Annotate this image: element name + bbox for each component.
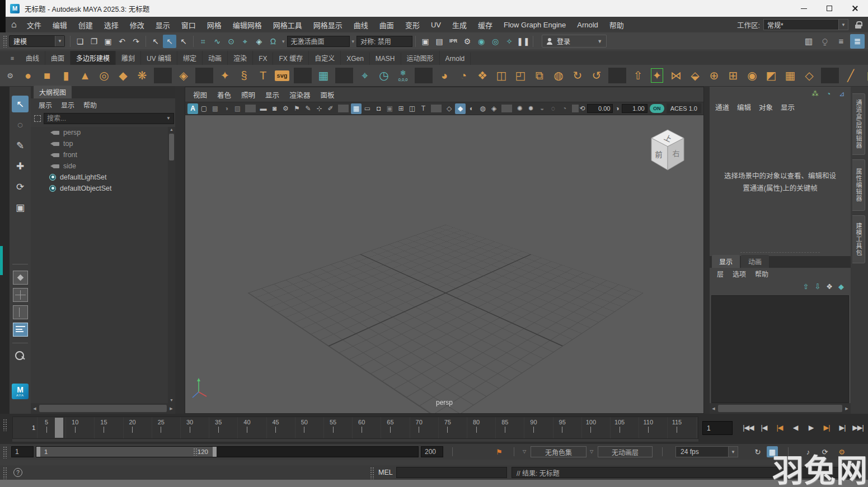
menu-item[interactable]: Flow Graph Engine xyxy=(498,21,571,29)
scroll-up-icon[interactable]: ▲ xyxy=(168,127,175,133)
safe-title-icon[interactable]: T xyxy=(418,103,429,114)
crease-set-icon[interactable]: ▯ xyxy=(861,67,868,84)
menu-item[interactable]: 变形 xyxy=(400,20,425,30)
channel-menu-item[interactable]: 编辑 xyxy=(734,102,754,112)
shelf-tab[interactable]: FX xyxy=(253,53,273,65)
shelf-tab[interactable]: UV 编辑 xyxy=(141,51,177,65)
outliner-item[interactable]: persp xyxy=(31,127,168,138)
shelf-tab[interactable]: 自定义 xyxy=(309,51,341,65)
frame-all-icon[interactable]: ▢ xyxy=(199,103,209,114)
contrast-icon[interactable]: ◑ xyxy=(615,105,619,112)
super-shape-icon[interactable]: ✦ xyxy=(216,67,234,84)
layer-tab[interactable]: 动画 xyxy=(741,255,769,268)
tab-attribute-editor[interactable]: 属性编辑器 xyxy=(852,159,865,211)
default-light-icon[interactable]: ✹ xyxy=(526,103,536,114)
shelf-tab[interactable]: 曲面 xyxy=(45,51,71,65)
layer-menu-item[interactable]: 帮助 xyxy=(751,269,772,278)
textured-icon[interactable]: ◐ xyxy=(466,103,477,114)
drag-handle[interactable] xyxy=(3,35,7,48)
drag-handle[interactable] xyxy=(3,467,7,479)
minimize-button[interactable] xyxy=(791,0,817,17)
move-tool[interactable]: ✚ xyxy=(12,158,29,174)
chevron-down-icon[interactable]: ▽ xyxy=(523,449,526,454)
annotate-icon[interactable]: ✐ xyxy=(325,103,336,114)
extract-icon[interactable]: ◰ xyxy=(512,67,529,84)
workspace-lock-icon[interactable] xyxy=(855,21,861,29)
chevron-down-icon[interactable]: ▼ xyxy=(166,116,173,121)
speed-state-icon[interactable]: ◔ xyxy=(824,89,833,98)
outliner-item[interactable]: side xyxy=(31,160,168,172)
shelf-tab[interactable]: MASH xyxy=(370,53,401,65)
ipr-render-icon[interactable]: IPR xyxy=(447,35,460,48)
live-surface-field[interactable]: 无激活曲面 xyxy=(287,36,350,47)
channel-menu-item[interactable]: 通道 xyxy=(712,102,733,112)
home-icon[interactable]: ⌂ xyxy=(11,20,17,30)
menu-item[interactable]: UV xyxy=(425,21,447,29)
chevron-down-icon[interactable]: ▾ xyxy=(352,39,355,44)
pan-zoom-icon[interactable]: ⊹ xyxy=(314,103,325,114)
playhead[interactable] xyxy=(55,418,63,438)
menu-item[interactable]: Arnold xyxy=(571,21,604,29)
wireframe-icon[interactable]: ◇ xyxy=(444,103,454,114)
outliner-search-input[interactable] xyxy=(44,115,166,122)
spin-edge-icon[interactable]: ◩ xyxy=(762,67,780,84)
shadows-icon[interactable]: ◒ xyxy=(537,103,547,114)
image-icon[interactable]: ▨ xyxy=(232,103,243,114)
pause-icon[interactable]: ❚❚ xyxy=(517,35,530,48)
modeling-toolkit-toggle-icon[interactable]: ▥ xyxy=(801,34,816,49)
menu-item[interactable]: 窗口 xyxy=(176,20,201,30)
gate-mask-icon[interactable]: ▣ xyxy=(384,103,395,114)
scroll-left-icon[interactable]: ◀ xyxy=(710,406,717,411)
extrude-icon[interactable]: ⇧ xyxy=(629,67,647,84)
render-region-icon[interactable]: ▤ xyxy=(433,35,446,48)
grid-icon[interactable]: ▦ xyxy=(351,103,362,114)
menu-item[interactable]: 编辑 xyxy=(47,20,73,30)
circularize-icon[interactable]: ◉ xyxy=(743,67,761,84)
layout-four-view-button[interactable] xyxy=(13,288,28,302)
menu-item[interactable]: 曲面 xyxy=(374,20,400,30)
add-divisions-icon[interactable]: ▦ xyxy=(781,67,799,84)
poly-disc-icon[interactable]: ❋ xyxy=(133,67,151,84)
combine-icon[interactable]: ❖ xyxy=(473,67,491,84)
menu-item[interactable]: 网格工具 xyxy=(268,20,308,30)
paint-select-tool[interactable]: ✎ xyxy=(12,137,29,154)
snap-view-plane-icon[interactable]: ⌖ xyxy=(238,35,252,48)
animation-start-field[interactable]: 1 xyxy=(11,446,34,457)
camera-attributes-icon[interactable]: ⚙ xyxy=(280,103,291,114)
range-slider[interactable]: 1 120 xyxy=(36,446,419,457)
outliner-item[interactable]: defaultLightSet xyxy=(31,172,168,183)
occlusion-icon[interactable]: ◌ xyxy=(548,103,559,114)
select-hierarchy-icon[interactable]: ↖ xyxy=(149,35,162,48)
new-empty-layer-icon[interactable]: ◆ xyxy=(838,282,844,291)
channel-box-toggle-icon[interactable]: ≣ xyxy=(850,34,865,49)
play-forwards-button[interactable]: ▶ xyxy=(805,420,817,436)
outliner-item[interactable]: top xyxy=(31,138,168,149)
maximize-button[interactable] xyxy=(817,0,842,17)
go-to-start-button[interactable]: |◀◀ xyxy=(743,420,754,436)
hypershade-icon[interactable]: ◉ xyxy=(475,35,488,48)
playback-range[interactable]: 1 120 xyxy=(36,447,217,457)
bevel-icon[interactable]: ✦ xyxy=(648,67,666,84)
select-component-icon[interactable]: ↖ xyxy=(177,35,190,48)
poly-cylinder-icon[interactable]: ▮ xyxy=(57,67,75,84)
current-frame-field[interactable]: 1 xyxy=(702,421,733,435)
drag-handle[interactable] xyxy=(3,419,7,431)
select-camera-icon[interactable]: ▬ xyxy=(258,103,269,114)
scroll-left-icon[interactable]: ◀ xyxy=(31,406,39,411)
menu-item[interactable]: 缓存 xyxy=(472,20,498,30)
range-grip[interactable] xyxy=(193,448,198,456)
shelf-tab[interactable]: 曲线 xyxy=(20,51,45,65)
poly-helix-icon[interactable]: § xyxy=(235,67,253,84)
make-live-icon[interactable]: ◈ xyxy=(252,35,266,48)
menu-item[interactable]: 曲线 xyxy=(348,20,374,30)
symmetrize-icon[interactable]: ◇ xyxy=(800,67,818,84)
tab-modeling-toolkit[interactable]: 建模工具包 xyxy=(852,215,865,263)
select-tool[interactable]: ↖ xyxy=(12,96,29,112)
render-settings-icon[interactable]: ⚙ xyxy=(461,35,474,48)
viewport-menu-item[interactable]: 面板 xyxy=(316,89,339,100)
outliner-vertical-scrollbar[interactable]: ▲ ▼ xyxy=(168,127,175,403)
step-back-frame-button[interactable]: |◀ xyxy=(758,420,770,436)
viewport-menu-item[interactable]: 显示 xyxy=(261,89,284,100)
snap-origin-icon[interactable]: ❄0,0,0 xyxy=(394,67,412,84)
snap-curve-icon[interactable]: ∿ xyxy=(210,35,224,48)
